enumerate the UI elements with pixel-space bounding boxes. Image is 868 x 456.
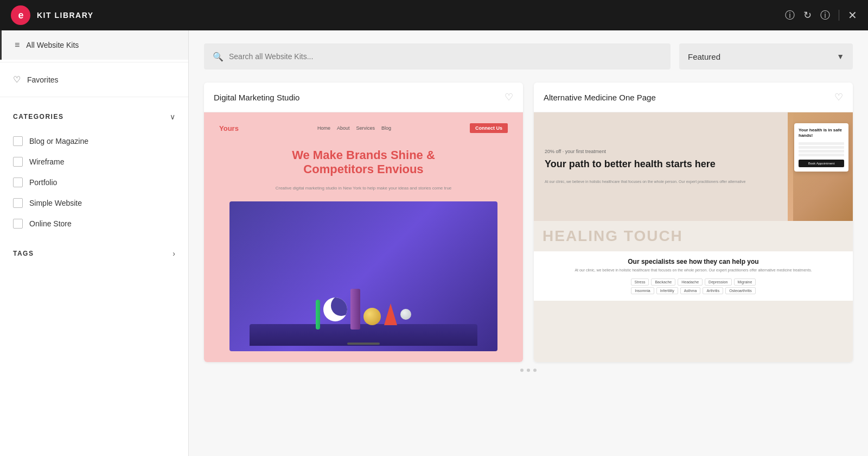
sidebar-nav-divider xyxy=(0,97,188,97)
tags-chevron-icon: › xyxy=(173,249,175,258)
kit-preview-digital-marketing[interactable]: Yours Home About Services Blog Connect U… xyxy=(204,112,523,362)
small-ball-shape xyxy=(400,309,411,320)
category-label: Simple Website xyxy=(29,199,82,207)
checkbox-blog-magazine[interactable] xyxy=(13,136,23,146)
am-specialists-section: Our specialists see how they can help yo… xyxy=(534,251,853,301)
category-label: Blog or Magazine xyxy=(29,137,88,145)
main-layout: ≡ All Website Kits ♡ Favorites CATEGORIE… xyxy=(0,30,868,456)
filter-dropdown[interactable]: Featured ▼ xyxy=(679,43,853,69)
search-bar[interactable]: 🔍 xyxy=(204,43,671,69)
kit-card-alternative-medicine: Alternative Medicine One Page ♡ 20% off … xyxy=(534,83,853,362)
dms-nav: Yours Home About Services Blog Connect U… xyxy=(215,123,512,133)
categories-title: CATEGORIES xyxy=(13,113,63,121)
dms-nav-link: Services xyxy=(356,125,375,131)
am-hero-text: 20% off · your first treatment Your path… xyxy=(534,112,788,221)
am-card-overlay: Your health is in safe hands! Book Appoi… xyxy=(794,123,848,172)
filter-selected-label: Featured xyxy=(688,52,720,61)
category-simple-website[interactable]: Simple Website xyxy=(13,193,175,213)
moon-shape xyxy=(323,297,347,321)
ball-shape xyxy=(363,308,381,325)
cone-shape xyxy=(384,303,397,325)
kit-card-header: Digital Marketing Studio ♡ xyxy=(204,83,523,112)
am-badge: 20% off · your first treatment xyxy=(545,149,777,154)
sidebar-item-label: Favorites xyxy=(27,75,59,84)
kit-title: Alternative Medicine One Page xyxy=(544,93,656,102)
am-banner-section: HEALING TOUCH xyxy=(534,221,853,251)
header: e KIT LIBRARY ⓘ ↻ ⓘ ✕ xyxy=(0,0,868,30)
pagination-dot xyxy=(533,369,537,372)
refresh-icon[interactable]: ↻ xyxy=(803,9,812,21)
tags-title: TAGS xyxy=(13,250,34,257)
am-banner-text: HEALING TOUCH xyxy=(542,227,844,245)
dms-headline: We Make Brands Shine & Competitors Envio… xyxy=(292,148,435,177)
sidebar-item-favorites[interactable]: ♡ Favorites xyxy=(0,65,188,94)
dms-nav-link: Home xyxy=(317,125,330,131)
checkbox-simple-website[interactable] xyxy=(13,198,23,208)
dms-image-area xyxy=(229,201,497,351)
elementor-logo: e xyxy=(11,5,30,25)
am-specialists-sub: At our clinic, we believe in holistic he… xyxy=(542,268,844,273)
checkbox-online-store[interactable] xyxy=(13,219,23,229)
dms-nav-links: Home About Services Blog xyxy=(317,125,391,131)
am-tag-migraine: Migraine xyxy=(734,278,756,286)
menu-icon: ≡ xyxy=(15,40,20,50)
am-card-title: Your health is in safe hands! xyxy=(799,128,844,139)
category-portfolio[interactable]: Portfolio xyxy=(13,172,175,193)
tags-header[interactable]: TAGS › xyxy=(13,249,175,258)
info-icon[interactable]: ⓘ xyxy=(820,9,830,22)
tags-section: TAGS › xyxy=(0,234,188,258)
am-hero-sub: At our clinic, we believe in holistic he… xyxy=(545,179,777,185)
header-actions: ⓘ ↻ ⓘ ✕ xyxy=(785,9,857,22)
am-tag-depression: Depression xyxy=(705,278,731,286)
categories-chevron-icon: ∨ xyxy=(170,112,175,121)
dms-cta-button[interactable]: Connect Us xyxy=(470,123,508,133)
green-bar-shape xyxy=(316,300,320,330)
favorite-icon[interactable]: ♡ xyxy=(505,91,513,103)
category-blog-magazine[interactable]: Blog or Magazine xyxy=(13,131,175,151)
favorite-icon[interactable]: ♡ xyxy=(834,91,843,103)
sidebar-divider xyxy=(0,62,188,62)
am-tag-stress: Stress xyxy=(631,278,649,286)
header-divider xyxy=(839,10,839,21)
sidebar: ≡ All Website Kits ♡ Favorites CATEGORIE… xyxy=(0,30,189,456)
am-tag-arthritis: Arthritis xyxy=(703,287,723,294)
kit-preview-alt-medicine[interactable]: 20% off · your first treatment Your path… xyxy=(534,112,853,362)
category-online-store[interactable]: Online Store xyxy=(13,213,175,234)
heart-nav-icon: ♡ xyxy=(13,74,21,85)
am-book-button[interactable]: Book Appointment xyxy=(799,160,844,167)
pagination-dot xyxy=(527,369,530,372)
category-label: Online Store xyxy=(29,219,72,228)
am-tag-infertility: Infertility xyxy=(656,287,678,294)
search-input[interactable] xyxy=(229,52,662,61)
checkbox-portfolio[interactable] xyxy=(13,178,23,187)
dropdown-arrow-icon: ▼ xyxy=(837,52,844,61)
app-title: KIT LIBRARY xyxy=(37,11,94,20)
scroll-indicator xyxy=(347,343,380,345)
categories-section: CATEGORIES ∨ Blog or Magazine Wireframe … xyxy=(0,99,188,234)
content-area: 🔍 Featured ▼ Digital Marketing Studio ♡ xyxy=(189,30,868,456)
categories-header[interactable]: CATEGORIES ∨ xyxy=(13,112,175,121)
close-icon[interactable]: ✕ xyxy=(848,9,857,22)
kit-card-digital-marketing: Digital Marketing Studio ♡ Yours Home Ab… xyxy=(204,83,523,362)
am-hero-headline: Your path to better health starts here xyxy=(545,159,777,170)
am-tags-row1: Stress Backache Headache Depression Migr… xyxy=(542,278,844,286)
am-form-line xyxy=(799,154,844,156)
dms-nav-link: Blog xyxy=(381,125,391,131)
am-form-line xyxy=(799,150,844,153)
kit-card-header: Alternative Medicine One Page ♡ xyxy=(534,83,853,112)
content-footer xyxy=(204,362,853,378)
am-tags-row2: Insomnia Infertility Asthma Arthritis Os… xyxy=(542,287,844,294)
kit-grid: Digital Marketing Studio ♡ Yours Home Ab… xyxy=(204,83,853,362)
am-form-line xyxy=(799,146,844,149)
dms-logo: Yours xyxy=(219,124,239,132)
category-label: Wireframe xyxy=(29,157,65,166)
am-hero: 20% off · your first treatment Your path… xyxy=(534,112,853,221)
header-left: e KIT LIBRARY xyxy=(11,5,94,25)
help-icon[interactable]: ⓘ xyxy=(785,9,795,22)
category-wireframe[interactable]: Wireframe xyxy=(13,151,175,172)
am-tag-backache: Backache xyxy=(651,278,675,286)
dms-subtext: Creative digital marketing studio in New… xyxy=(276,186,452,191)
sidebar-item-all-kits[interactable]: ≡ All Website Kits xyxy=(0,30,188,60)
checkbox-wireframe[interactable] xyxy=(13,157,23,167)
search-icon: 🔍 xyxy=(213,52,224,62)
